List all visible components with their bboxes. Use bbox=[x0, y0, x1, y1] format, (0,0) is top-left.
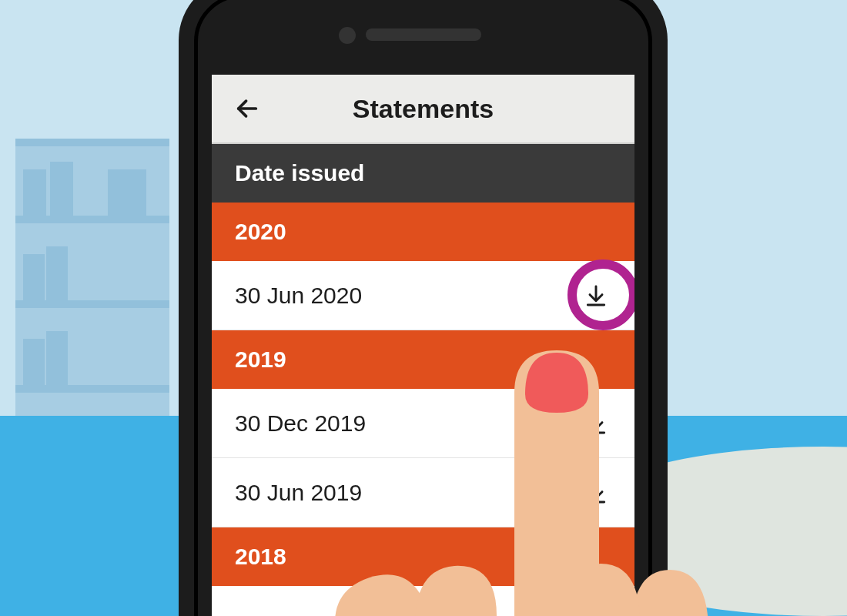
year-header-2018[interactable]: 2018 bbox=[212, 527, 634, 586]
phone-speaker bbox=[366, 28, 481, 41]
download-icon bbox=[584, 411, 608, 436]
phone-camera bbox=[339, 27, 356, 44]
download-icon bbox=[584, 480, 608, 505]
download-button[interactable] bbox=[581, 408, 611, 439]
statement-row[interactable]: 30 Jun 2019 bbox=[212, 458, 634, 527]
section-header: Date issued bbox=[212, 144, 634, 203]
statement-row[interactable]: 30 Jun 2020 bbox=[212, 261, 634, 330]
page-title: Statements bbox=[232, 94, 614, 124]
statement-row[interactable]: 30 Dec 2019 bbox=[212, 389, 634, 458]
download-icon bbox=[584, 283, 608, 308]
year-header-2020[interactable]: 2020 bbox=[212, 203, 634, 261]
statement-date: 30 Jun 2019 bbox=[235, 480, 581, 506]
download-button[interactable] bbox=[581, 280, 611, 311]
illustration-scene: Statements Date issued 2020 30 Jun 2020 … bbox=[0, 0, 847, 616]
phone-frame: Statements Date issued 2020 30 Jun 2020 … bbox=[179, 0, 668, 616]
app-header: Statements bbox=[212, 75, 634, 144]
app-screen: Statements Date issued 2020 30 Jun 2020 … bbox=[212, 75, 634, 616]
download-button[interactable] bbox=[581, 477, 611, 508]
year-header-2019[interactable]: 2019 bbox=[212, 330, 634, 389]
statement-date: 30 Jun 2020 bbox=[235, 283, 581, 309]
statement-date: 30 Dec 2019 bbox=[235, 410, 581, 437]
